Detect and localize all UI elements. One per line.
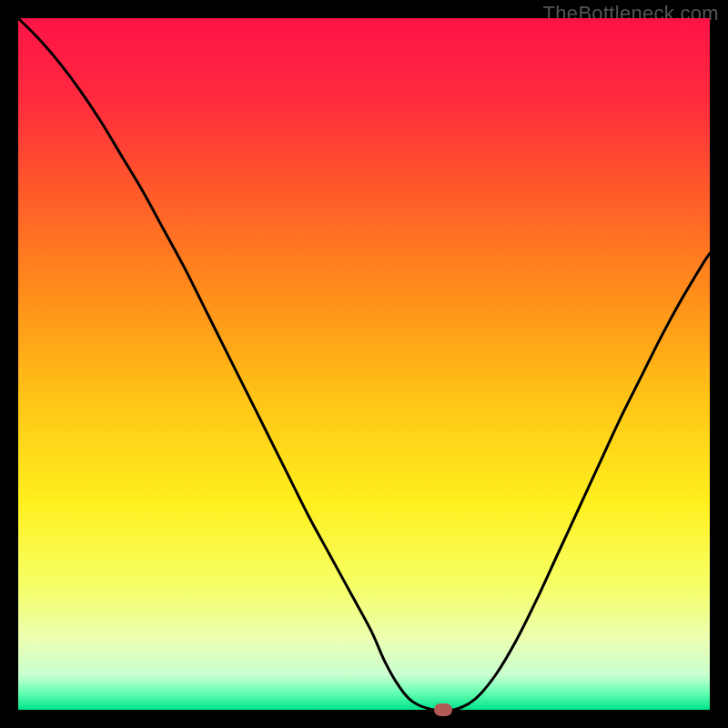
chart-svg (18, 18, 710, 710)
optimal-point-marker (434, 703, 452, 716)
gradient-background (18, 18, 710, 710)
chart-frame: TheBottleneck.com (0, 0, 728, 728)
plot-area (18, 18, 710, 710)
